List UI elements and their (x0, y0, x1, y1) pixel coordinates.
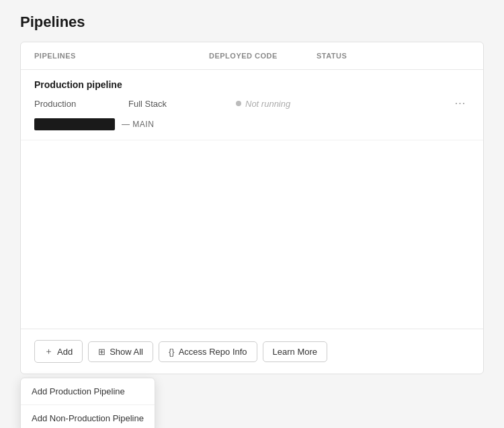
add-production-pipeline-item[interactable]: Add Production Pipeline (21, 378, 155, 404)
add-dropdown: Add Production Pipeline Add Non-Producti… (20, 378, 155, 428)
add-button[interactable]: ＋ Add (34, 340, 83, 363)
col-header-pipelines: PIPELINES (34, 52, 209, 60)
pipeline-details: Production Full Stack Not running ··· (34, 94, 470, 113)
code-icon: {} (169, 347, 175, 357)
access-repo-button[interactable]: {} Access Repo Info (159, 341, 257, 362)
branch-row: — MAIN (34, 118, 470, 130)
pipeline-status: Not running (236, 99, 451, 109)
card-footer: ＋ Add ⊞ Show All {} Access Repo Info Lea… (21, 329, 483, 374)
show-all-label: Show All (110, 347, 143, 357)
branch-label: — MAIN (122, 120, 154, 129)
status-dot (236, 101, 241, 106)
col-header-status: STATUS (317, 52, 470, 60)
pipelines-card: PIPELINES DEPLOYED CODE STATUS Productio… (20, 42, 484, 374)
learn-more-label: Learn More (273, 347, 317, 357)
access-repo-label: Access Repo Info (179, 347, 247, 357)
plus-icon: ＋ (44, 345, 53, 357)
pipeline-env: Production (34, 99, 128, 109)
show-all-button[interactable]: ⊞ Show All (88, 341, 153, 362)
more-options-button[interactable]: ··· (451, 94, 470, 113)
grid-icon: ⊞ (98, 347, 106, 357)
empty-area (21, 140, 483, 329)
page-title: Pipelines (20, 13, 484, 31)
pipeline-stack: Full Stack (128, 99, 236, 109)
add-non-production-pipeline-item[interactable]: Add Non-Production Pipeline (21, 404, 155, 428)
page-container: Pipelines PIPELINES DEPLOYED CODE STATUS… (0, 0, 504, 388)
learn-more-button[interactable]: Learn More (263, 341, 327, 362)
branch-bar (34, 118, 115, 130)
pipeline-name: Production pipeline (34, 79, 470, 90)
table-row: Production pipeline Production Full Stac… (21, 70, 483, 140)
add-label: Add (57, 347, 73, 357)
col-header-deployed: DEPLOYED CODE (209, 52, 317, 60)
status-text: Not running (245, 99, 290, 109)
table-header: PIPELINES DEPLOYED CODE STATUS (21, 42, 483, 70)
